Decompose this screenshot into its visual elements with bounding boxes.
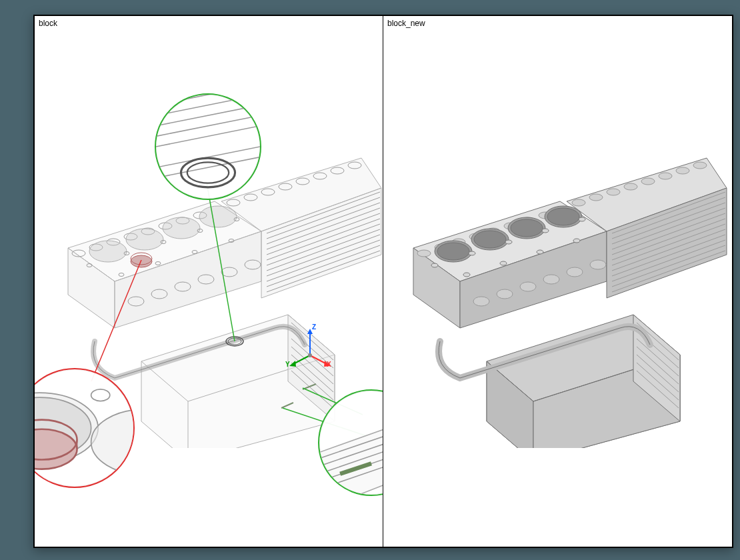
svg-line-59	[155, 105, 261, 147]
svg-point-100	[474, 231, 506, 248]
callout-ring-feature[interactable]	[155, 93, 261, 200]
svg-point-103	[431, 263, 438, 267]
svg-point-16	[131, 255, 152, 267]
svg-point-105	[505, 240, 512, 244]
svg-point-79	[91, 389, 110, 401]
svg-line-61	[155, 136, 261, 177]
svg-point-106	[542, 229, 549, 233]
pane-right[interactable]: block_new	[383, 16, 732, 547]
svg-point-75	[91, 409, 135, 475]
svg-point-14	[163, 217, 200, 239]
svg-point-102	[547, 208, 579, 225]
svg-point-64	[187, 162, 229, 183]
svg-point-99	[437, 243, 469, 260]
pane-right-title: block_new	[387, 19, 425, 28]
pane-left-title: block	[39, 19, 57, 28]
svg-line-60	[155, 115, 261, 157]
svg-point-104	[469, 251, 475, 255]
svg-point-15	[199, 206, 237, 227]
svg-point-111	[573, 239, 580, 243]
svg-point-109	[500, 261, 507, 265]
svg-point-110	[537, 250, 543, 254]
pane-left[interactable]: block	[35, 16, 383, 547]
svg-point-108	[463, 273, 470, 277]
svg-line-62	[155, 147, 261, 188]
comparison-workspace: block	[33, 15, 733, 548]
svg-point-13	[126, 229, 163, 250]
engine-block-solid	[387, 101, 732, 448]
svg-point-12	[89, 241, 127, 262]
svg-marker-65	[318, 411, 383, 496]
svg-point-107	[579, 217, 585, 221]
svg-line-57	[155, 93, 261, 126]
viewport-right[interactable]	[383, 28, 732, 547]
svg-point-101	[511, 219, 543, 237]
viewport-left[interactable]: Z Y X	[35, 28, 383, 547]
